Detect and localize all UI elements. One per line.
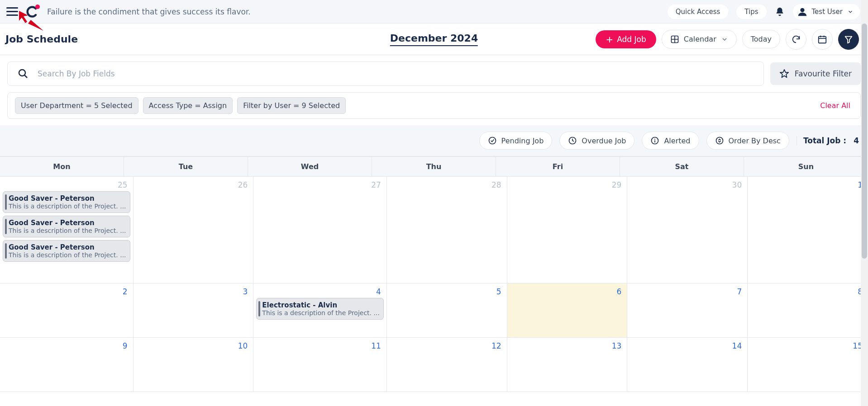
calendar-cell[interactable]: 5 — [387, 283, 507, 338]
calendar-cell[interactable]: 10 — [134, 338, 254, 392]
day-number: 7 — [630, 286, 744, 298]
job-description: This is a description of the Project. ..… — [9, 227, 126, 234]
day-number: 12 — [390, 340, 504, 352]
day-number: 15 — [750, 340, 865, 352]
user-menu[interactable]: Test User — [793, 4, 860, 19]
overdue-job-button[interactable]: Overdue Job — [559, 132, 634, 150]
search-icon — [18, 68, 29, 79]
calendar-cell[interactable]: 14 — [627, 338, 748, 392]
quick-access-button[interactable]: Quick Access — [668, 5, 729, 19]
day-number: 1 — [750, 179, 865, 191]
notifications-icon[interactable] — [775, 7, 785, 17]
svg-point-5 — [19, 70, 25, 76]
job-card[interactable]: Electrostatic - AlvinThis is a descripti… — [256, 298, 384, 320]
calendar-cell[interactable]: 26 — [134, 177, 254, 283]
day-number: 29 — [510, 179, 625, 191]
day-number: 4 — [256, 286, 384, 298]
calendar-icon — [817, 34, 827, 44]
day-number: 26 — [136, 179, 251, 191]
alerted-button[interactable]: Alerted — [642, 132, 699, 150]
svg-point-2 — [800, 8, 804, 12]
job-description: This is a description of the Project. ..… — [9, 203, 126, 210]
job-description: This is a description of the Project. ..… — [262, 309, 380, 316]
avatar-icon — [797, 7, 807, 17]
calendar-icon-button[interactable] — [812, 29, 833, 50]
calendar-cell[interactable]: 1 — [748, 177, 868, 283]
add-job-button[interactable]: + Add Job — [596, 30, 656, 48]
svg-point-10 — [716, 137, 723, 144]
search-input[interactable] — [37, 69, 754, 79]
day-number: 30 — [630, 179, 744, 191]
favourite-filter-button[interactable]: Favourite Filter — [770, 62, 861, 85]
calendar-cell[interactable]: 2 — [0, 283, 134, 338]
filter-button[interactable] — [838, 29, 859, 50]
calendar-cell[interactable]: 11 — [253, 338, 387, 392]
calendar-cell[interactable]: 25Good Saver - PetersonThis is a descrip… — [0, 177, 134, 283]
overdue-job-label: Overdue Job — [582, 137, 626, 145]
day-number: 28 — [390, 179, 504, 191]
refresh-button[interactable] — [786, 29, 806, 50]
svg-point-6 — [489, 137, 496, 144]
day-number: 6 — [510, 286, 625, 298]
day-number: 8 — [750, 286, 865, 298]
filter-chip-department[interactable]: User Department = 5 Selected — [15, 97, 138, 114]
view-mode-label: Calendar — [684, 35, 716, 43]
job-card[interactable]: Good Saver - PetersonThis is a descripti… — [3, 240, 130, 262]
tips-button[interactable]: Tips — [736, 5, 766, 19]
plus-icon: + — [606, 35, 613, 44]
favourite-filter-label: Favourite Filter — [795, 69, 852, 78]
calendar-cell[interactable]: 6 — [507, 283, 628, 338]
calendar-cell[interactable]: 7 — [627, 283, 748, 338]
pending-job-label: Pending Job — [501, 137, 544, 145]
calendar-cell[interactable]: 12 — [387, 338, 507, 392]
calendar-cell[interactable]: 9 — [0, 338, 134, 392]
filter-chip-access[interactable]: Access Type = Assign — [143, 97, 233, 114]
alerted-label: Alerted — [664, 137, 690, 145]
month-title[interactable]: December 2024 — [390, 33, 478, 46]
menu-button[interactable] — [6, 6, 18, 18]
order-by-button[interactable]: Order By Desc — [706, 132, 789, 150]
filter-chip-user[interactable]: Filter by User = 9 Selected — [237, 97, 346, 114]
today-button[interactable]: Today — [742, 30, 780, 48]
star-icon — [779, 69, 789, 79]
job-card[interactable]: Good Saver - PetersonThis is a descripti… — [3, 191, 130, 213]
day-number: 9 — [3, 340, 130, 352]
scrollbar[interactable] — [861, 0, 868, 392]
weekday-header: Sun — [744, 157, 868, 177]
clear-all-link[interactable]: Clear All — [820, 101, 853, 110]
user-name: Test User — [812, 8, 843, 16]
day-number: 13 — [510, 340, 625, 352]
page-title: Job Schedule — [5, 33, 78, 45]
pending-job-button[interactable]: Pending Job — [479, 132, 553, 150]
info-icon — [650, 136, 659, 145]
chevron-down-icon — [847, 9, 854, 15]
weekday-header: Sat — [620, 157, 744, 177]
weekday-header: Thu — [372, 157, 496, 177]
today-label: Today — [751, 35, 772, 43]
day-number: 14 — [630, 340, 744, 352]
total-job: Total Job : 4 — [796, 136, 859, 145]
calendar-cell[interactable]: 27 — [253, 177, 387, 283]
day-number: 2 — [3, 286, 130, 298]
job-title: Good Saver - Peterson — [9, 219, 126, 227]
app-logo[interactable] — [26, 5, 39, 18]
day-number: 27 — [256, 179, 384, 191]
job-card[interactable]: Good Saver - PetersonThis is a descripti… — [3, 216, 130, 237]
calendar-cell[interactable]: 3 — [134, 283, 254, 338]
view-mode-select[interactable]: Calendar — [662, 30, 737, 49]
filter-icon — [844, 34, 854, 44]
calendar-cell[interactable]: 28 — [387, 177, 507, 283]
calendar-cell[interactable]: 29 — [507, 177, 628, 283]
job-description: This is a description of the Project. ..… — [9, 251, 126, 259]
day-number: 25 — [3, 179, 130, 191]
chevron-down-icon — [721, 36, 728, 43]
search-box[interactable] — [7, 61, 764, 86]
calendar-cell[interactable]: 30 — [627, 177, 748, 283]
refresh-icon — [791, 34, 801, 44]
calendar-cell[interactable]: 8 — [748, 283, 868, 338]
scrollbar-thumb[interactable] — [862, 24, 867, 259]
total-job-label: Total Job : — [803, 136, 846, 145]
calendar-cell[interactable]: 15 — [748, 338, 868, 392]
calendar-cell[interactable]: 4Electrostatic - AlvinThis is a descript… — [253, 283, 387, 338]
calendar-cell[interactable]: 13 — [507, 338, 628, 392]
